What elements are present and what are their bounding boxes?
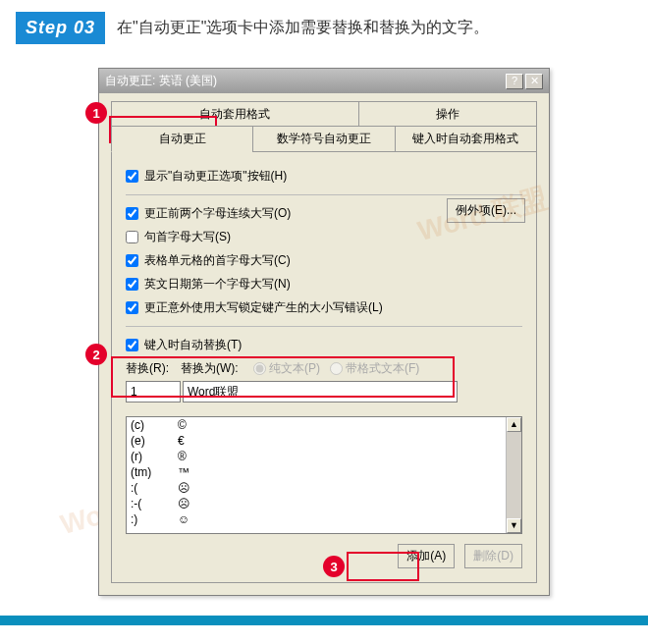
- replace-as-type-checkbox[interactable]: [126, 339, 138, 351]
- tab-autoformat-typing[interactable]: 键入时自动套用格式: [395, 126, 537, 152]
- badge-2: 2: [85, 344, 107, 365]
- radio-plain-input: [253, 362, 266, 375]
- delete-button: 删除(D): [464, 544, 522, 568]
- scrollbar[interactable]: ▲ ▼: [506, 417, 521, 533]
- badge-3: 3: [323, 556, 345, 577]
- capslock-label: 更正意外使用大写锁定键产生的大小写错误(L): [144, 299, 383, 316]
- help-button[interactable]: ?: [506, 74, 523, 89]
- scroll-up-icon[interactable]: ▲: [507, 417, 521, 432]
- exceptions-button[interactable]: 例外项(E)...: [447, 198, 525, 223]
- step-badge: Step 03: [16, 12, 105, 44]
- two-caps-checkbox[interactable]: [126, 207, 138, 220]
- list-key: :(: [127, 480, 174, 496]
- badge-1: 1: [85, 102, 107, 124]
- list-key: :): [127, 511, 174, 527]
- replace-input[interactable]: [126, 381, 181, 402]
- sentence-cap-checkbox[interactable]: [126, 231, 138, 243]
- footer-bar: [0, 616, 648, 625]
- with-label: 替换为(W):: [181, 360, 243, 377]
- radio-formatted-input: [330, 362, 343, 375]
- step-instruction: 在"自动更正"选项卡中添加需要替换和替换为的文字。: [117, 18, 489, 38]
- table-cell-cap-label: 表格单元格的首字母大写(C): [144, 252, 291, 269]
- english-date-label: 英文日期第一个字母大写(N): [144, 276, 291, 293]
- scroll-down-icon[interactable]: ▼: [507, 518, 521, 533]
- tab-autoformat[interactable]: 自动套用格式: [111, 101, 358, 128]
- replace-as-type-label: 键入时自动替换(T): [144, 337, 242, 353]
- list-val: ©: [174, 417, 521, 433]
- radio-formatted-text: 带格式文本(F): [330, 360, 419, 377]
- list-val: ™: [174, 464, 521, 480]
- list-key: :-(: [127, 496, 174, 511]
- dialog-titlebar: 自动更正: 英语 (美国) ? ✕: [99, 69, 549, 93]
- table-cell-cap-checkbox[interactable]: [126, 254, 138, 267]
- list-val: ☹: [174, 480, 521, 496]
- step-header: Step 03 在"自动更正"选项卡中添加需要替换和替换为的文字。: [16, 12, 632, 44]
- list-val: ☹: [174, 496, 521, 511]
- english-date-checkbox[interactable]: [126, 278, 138, 291]
- close-button[interactable]: ✕: [525, 74, 543, 89]
- tab-autocorrect[interactable]: 自动更正: [111, 126, 252, 152]
- list-val: €: [174, 433, 521, 449]
- sentence-cap-label: 句首字母大写(S): [144, 229, 231, 245]
- list-key: (r): [127, 449, 174, 464]
- tab-actions[interactable]: 操作: [358, 101, 537, 128]
- list-val: ☺: [174, 511, 521, 527]
- replace-label: 替换(R):: [126, 360, 177, 377]
- tabstrip: 自动套用格式 操作 自动更正 数学符号自动更正 键入时自动套用格式: [99, 93, 549, 151]
- radio-plain-text: 纯文本(P): [253, 360, 320, 377]
- list-val: ®: [174, 449, 521, 464]
- add-button[interactable]: 添加(A): [398, 544, 455, 568]
- autocorrect-dialog: 自动更正: 英语 (美国) ? ✕ 自动套用格式 操作 自动更正 数学符号自动更…: [98, 68, 550, 596]
- autocorrect-list[interactable]: (c)© (e)€ (r)® (tm)™ :(☹ :-(☹ :)☺ ▲ ▼: [126, 416, 522, 534]
- dialog-title: 自动更正: 英语 (美国): [105, 73, 217, 89]
- list-key: (e): [127, 433, 174, 449]
- two-caps-label: 更正前两个字母连续大写(O): [144, 205, 291, 222]
- tab-math-autocorrect[interactable]: 数学符号自动更正: [252, 126, 394, 152]
- show-options-checkbox[interactable]: [126, 170, 138, 183]
- list-key: (c): [127, 417, 174, 433]
- with-input[interactable]: [183, 381, 458, 402]
- capslock-checkbox[interactable]: [126, 301, 138, 314]
- show-options-label: 显示"自动更正选项"按钮(H): [144, 168, 287, 185]
- list-key: (tm): [127, 464, 174, 480]
